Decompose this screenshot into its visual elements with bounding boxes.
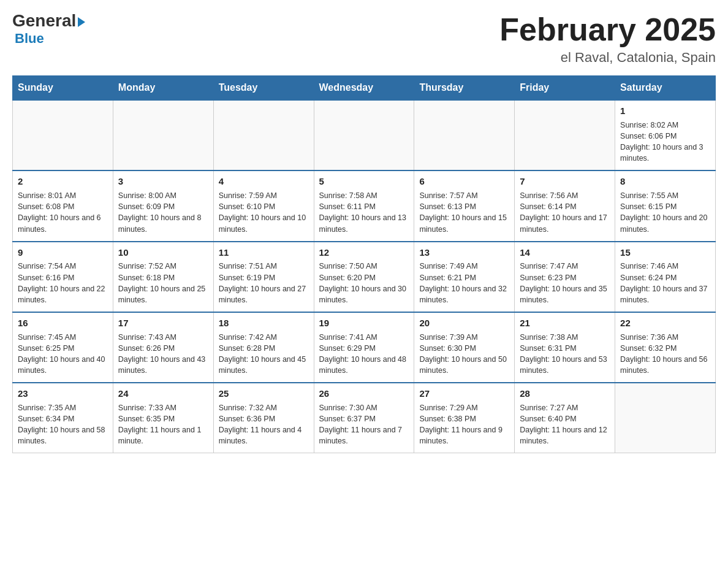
week-row-5: 23Sunrise: 7:35 AM Sunset: 6:34 PM Dayli… <box>13 383 716 453</box>
day-number: 9 <box>18 246 108 259</box>
calendar-cell: 16Sunrise: 7:45 AM Sunset: 6:25 PM Dayli… <box>13 312 113 383</box>
calendar-cell <box>113 100 213 170</box>
calendar-cell: 18Sunrise: 7:42 AM Sunset: 6:28 PM Dayli… <box>213 312 314 383</box>
header-friday: Friday <box>515 76 615 101</box>
calendar-cell: 11Sunrise: 7:51 AM Sunset: 6:19 PM Dayli… <box>213 242 314 312</box>
day-info: Sunrise: 7:56 AM Sunset: 6:14 PM Dayligh… <box>520 190 610 235</box>
day-number: 26 <box>319 387 409 400</box>
day-info: Sunrise: 7:30 AM Sunset: 6:37 PM Dayligh… <box>319 402 409 447</box>
header-monday: Monday <box>113 76 213 101</box>
day-number: 6 <box>419 175 509 188</box>
day-number: 23 <box>18 387 108 400</box>
header-sunday: Sunday <box>13 76 113 101</box>
day-info: Sunrise: 7:55 AM Sunset: 6:15 PM Dayligh… <box>620 190 710 235</box>
calendar-cell: 7Sunrise: 7:56 AM Sunset: 6:14 PM Daylig… <box>515 170 615 241</box>
month-year-title: February 2025 <box>499 12 716 47</box>
title-block: February 2025 el Raval, Catalonia, Spain <box>499 12 716 66</box>
page-header: General Blue February 2025 el Raval, Cat… <box>12 12 716 66</box>
day-info: Sunrise: 7:51 AM Sunset: 6:19 PM Dayligh… <box>219 261 309 305</box>
day-info: Sunrise: 7:45 AM Sunset: 6:25 PM Dayligh… <box>18 332 108 377</box>
calendar-cell: 15Sunrise: 7:46 AM Sunset: 6:24 PM Dayli… <box>615 242 716 312</box>
day-info: Sunrise: 7:32 AM Sunset: 6:36 PM Dayligh… <box>219 402 309 447</box>
calendar-cell <box>414 100 515 170</box>
day-info: Sunrise: 7:41 AM Sunset: 6:29 PM Dayligh… <box>319 332 409 377</box>
day-info: Sunrise: 7:27 AM Sunset: 6:40 PM Dayligh… <box>520 402 610 447</box>
day-number: 1 <box>620 104 710 118</box>
day-info: Sunrise: 7:46 AM Sunset: 6:24 PM Dayligh… <box>620 261 710 305</box>
day-number: 14 <box>520 246 610 259</box>
calendar-cell <box>615 383 716 453</box>
day-number: 12 <box>319 246 409 259</box>
logo: General Blue <box>12 12 85 47</box>
calendar-cell: 26Sunrise: 7:30 AM Sunset: 6:37 PM Dayli… <box>314 383 414 453</box>
day-number: 7 <box>520 175 610 188</box>
calendar-cell: 1Sunrise: 8:02 AM Sunset: 6:06 PM Daylig… <box>615 100 716 170</box>
day-info: Sunrise: 7:58 AM Sunset: 6:11 PM Dayligh… <box>319 190 409 235</box>
day-info: Sunrise: 7:49 AM Sunset: 6:21 PM Dayligh… <box>419 261 509 305</box>
day-info: Sunrise: 7:36 AM Sunset: 6:32 PM Dayligh… <box>620 332 710 377</box>
location-subtitle: el Raval, Catalonia, Spain <box>499 50 716 66</box>
day-number: 10 <box>118 246 208 259</box>
logo-general-text: General <box>12 12 85 29</box>
day-number: 18 <box>219 316 309 330</box>
day-info: Sunrise: 7:29 AM Sunset: 6:38 PM Dayligh… <box>419 402 509 447</box>
header-saturday: Saturday <box>615 76 716 101</box>
calendar-cell: 24Sunrise: 7:33 AM Sunset: 6:35 PM Dayli… <box>113 383 213 453</box>
calendar-cell: 5Sunrise: 7:58 AM Sunset: 6:11 PM Daylig… <box>314 170 414 241</box>
calendar-cell: 14Sunrise: 7:47 AM Sunset: 6:23 PM Dayli… <box>515 242 615 312</box>
calendar-cell: 2Sunrise: 8:01 AM Sunset: 6:08 PM Daylig… <box>13 170 113 241</box>
day-number: 2 <box>18 175 108 188</box>
day-number: 4 <box>219 175 309 188</box>
day-number: 8 <box>620 175 710 188</box>
week-row-2: 2Sunrise: 8:01 AM Sunset: 6:08 PM Daylig… <box>13 170 716 241</box>
day-info: Sunrise: 8:01 AM Sunset: 6:08 PM Dayligh… <box>18 190 108 235</box>
day-info: Sunrise: 8:00 AM Sunset: 6:09 PM Dayligh… <box>118 190 208 235</box>
calendar-cell: 25Sunrise: 7:32 AM Sunset: 6:36 PM Dayli… <box>213 383 314 453</box>
calendar-cell: 23Sunrise: 7:35 AM Sunset: 6:34 PM Dayli… <box>13 383 113 453</box>
calendar-cell <box>213 100 314 170</box>
calendar-cell: 6Sunrise: 7:57 AM Sunset: 6:13 PM Daylig… <box>414 170 515 241</box>
calendar-cell: 13Sunrise: 7:49 AM Sunset: 6:21 PM Dayli… <box>414 242 515 312</box>
calendar-cell <box>314 100 414 170</box>
week-row-1: 1Sunrise: 8:02 AM Sunset: 6:06 PM Daylig… <box>13 100 716 170</box>
day-info: Sunrise: 7:57 AM Sunset: 6:13 PM Dayligh… <box>419 190 509 235</box>
day-number: 27 <box>419 387 509 400</box>
day-number: 21 <box>520 316 610 330</box>
logo-blue-text: Blue <box>15 31 44 47</box>
calendar-cell <box>515 100 615 170</box>
calendar-cell: 17Sunrise: 7:43 AM Sunset: 6:26 PM Dayli… <box>113 312 213 383</box>
day-info: Sunrise: 7:47 AM Sunset: 6:23 PM Dayligh… <box>520 261 610 305</box>
day-number: 28 <box>520 387 610 400</box>
day-info: Sunrise: 7:33 AM Sunset: 6:35 PM Dayligh… <box>118 402 208 447</box>
day-number: 24 <box>118 387 208 400</box>
calendar-cell: 12Sunrise: 7:50 AM Sunset: 6:20 PM Dayli… <box>314 242 414 312</box>
day-number: 15 <box>620 246 710 259</box>
weekday-header-row: Sunday Monday Tuesday Wednesday Thursday… <box>13 76 716 101</box>
day-number: 25 <box>219 387 309 400</box>
week-row-3: 9Sunrise: 7:54 AM Sunset: 6:16 PM Daylig… <box>13 242 716 312</box>
calendar-cell: 19Sunrise: 7:41 AM Sunset: 6:29 PM Dayli… <box>314 312 414 383</box>
day-number: 11 <box>219 246 309 259</box>
calendar-table: Sunday Monday Tuesday Wednesday Thursday… <box>12 75 716 453</box>
day-number: 5 <box>319 175 409 188</box>
day-number: 16 <box>18 316 108 330</box>
header-tuesday: Tuesday <box>213 76 314 101</box>
calendar-cell <box>13 100 113 170</box>
calendar-cell: 4Sunrise: 7:59 AM Sunset: 6:10 PM Daylig… <box>213 170 314 241</box>
calendar-cell: 9Sunrise: 7:54 AM Sunset: 6:16 PM Daylig… <box>13 242 113 312</box>
day-number: 22 <box>620 316 710 330</box>
calendar-cell: 20Sunrise: 7:39 AM Sunset: 6:30 PM Dayli… <box>414 312 515 383</box>
day-info: Sunrise: 7:50 AM Sunset: 6:20 PM Dayligh… <box>319 261 409 305</box>
day-number: 13 <box>419 246 509 259</box>
calendar-cell: 22Sunrise: 7:36 AM Sunset: 6:32 PM Dayli… <box>615 312 716 383</box>
day-info: Sunrise: 7:52 AM Sunset: 6:18 PM Dayligh… <box>118 261 208 305</box>
day-number: 17 <box>118 316 208 330</box>
day-info: Sunrise: 7:42 AM Sunset: 6:28 PM Dayligh… <box>219 332 309 377</box>
calendar-cell: 27Sunrise: 7:29 AM Sunset: 6:38 PM Dayli… <box>414 383 515 453</box>
calendar-cell: 3Sunrise: 8:00 AM Sunset: 6:09 PM Daylig… <box>113 170 213 241</box>
day-info: Sunrise: 7:54 AM Sunset: 6:16 PM Dayligh… <box>18 261 108 305</box>
header-thursday: Thursday <box>414 76 515 101</box>
day-info: Sunrise: 7:39 AM Sunset: 6:30 PM Dayligh… <box>419 332 509 377</box>
calendar-cell: 21Sunrise: 7:38 AM Sunset: 6:31 PM Dayli… <box>515 312 615 383</box>
day-number: 19 <box>319 316 409 330</box>
